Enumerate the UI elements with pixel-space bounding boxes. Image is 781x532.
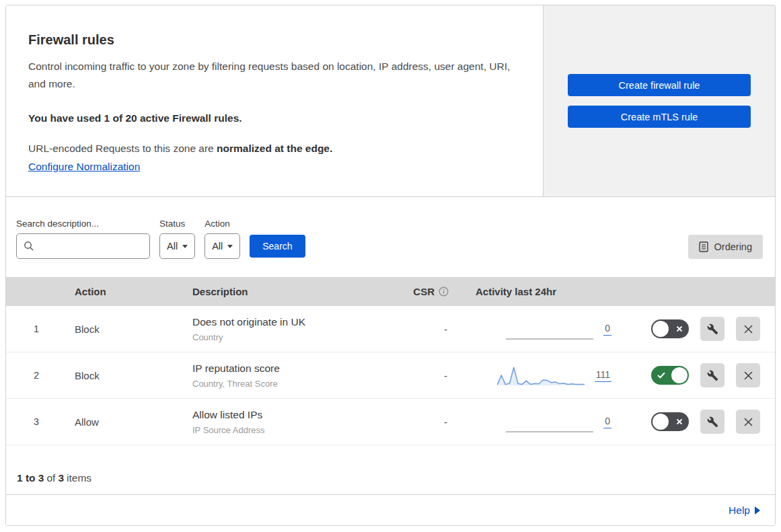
wrench-icon (707, 416, 718, 428)
row-activity-cell: 0 (450, 410, 611, 433)
row-activity-cell: 111 (450, 364, 611, 387)
column-header-description: Description (184, 286, 386, 297)
row-description-text: Does not originate in UK (192, 315, 386, 329)
activity-count-link[interactable]: 0 (603, 416, 611, 428)
activity-sparkline (506, 410, 593, 433)
x-icon (676, 326, 683, 332)
row-csr-value: - (444, 370, 450, 381)
edit-rule-button[interactable] (700, 410, 724, 434)
csr-header-label: CSR (413, 286, 435, 297)
activity-count-link[interactable]: 111 (595, 369, 611, 382)
edit-rule-button[interactable] (700, 317, 724, 341)
normalization-text: URL-encoded Requests to this zone are (28, 143, 214, 154)
column-header-csr: CSR (413, 286, 450, 297)
search-button[interactable]: Search (250, 235, 305, 258)
activity-count-link[interactable]: 0 (603, 323, 611, 336)
row-priority: 2 (34, 370, 39, 381)
row-description-text: IP reputation score (192, 362, 386, 375)
action-filter-group: Action All (204, 219, 240, 259)
enabled-toggle[interactable] (651, 412, 689, 431)
check-icon (657, 372, 665, 379)
row-action: Block (67, 370, 184, 381)
row-priority: 3 (34, 416, 39, 427)
items-count: 1 to 3 of 3 items (6, 445, 775, 495)
chevron-down-icon (182, 245, 188, 248)
row-activity-cell: 0 (450, 317, 611, 340)
x-icon (676, 418, 683, 425)
table-row: 2 Block IP reputation score Country, Thr… (6, 352, 775, 399)
firewall-rules-page: Firewall rules Control incoming traffic … (5, 5, 776, 526)
close-icon (743, 324, 753, 334)
filter-bar: Search description... Status All Action … (6, 197, 775, 277)
row-description: Allow listed IPs IP Source Address (184, 408, 386, 435)
wrench-icon (707, 324, 718, 335)
toggle-knob (653, 321, 669, 337)
ordering-list-icon (699, 241, 708, 252)
action-label: Action (204, 219, 240, 229)
column-header-action: Action (67, 286, 184, 297)
table-row: 3 Allow Allow listed IPs IP Source Addre… (6, 399, 775, 445)
row-csr-value: - (444, 416, 450, 428)
row-fields-text: Country (192, 332, 386, 342)
edit-rule-button[interactable] (700, 363, 724, 387)
action-select-value: All (212, 241, 223, 252)
help-arrow-icon (755, 506, 760, 515)
page-title: Firewall rules (28, 32, 519, 48)
help-link[interactable]: Help (729, 504, 750, 517)
row-controls (611, 410, 775, 434)
row-description: Does not originate in UK Country (184, 315, 386, 342)
items-total: 3 (58, 472, 64, 484)
usage-notice: You have used 1 of 20 active Firewall ru… (28, 112, 519, 124)
row-description: IP reputation score Country, Threat Scor… (184, 362, 386, 389)
intro-card: Firewall rules Control incoming traffic … (6, 5, 544, 196)
delete-rule-button[interactable] (736, 363, 760, 387)
row-action: Allow (67, 416, 184, 428)
close-icon (743, 417, 753, 427)
ordering-button[interactable]: Ordering (688, 235, 763, 259)
delete-rule-button[interactable] (736, 317, 760, 341)
normalization-note: URL-encoded Requests to this zone are no… (28, 143, 519, 155)
search-icon (24, 241, 34, 252)
search-description-label: Search description... (16, 219, 150, 229)
activity-sparkline (506, 317, 593, 340)
close-icon (743, 371, 753, 381)
search-group: Search description... (16, 219, 150, 259)
create-mtls-rule-button[interactable]: Create mTLS rule (568, 106, 751, 128)
items-of-text: of (46, 472, 55, 484)
row-description-text: Allow listed IPs (192, 408, 386, 422)
status-select-value: All (167, 241, 178, 252)
create-firewall-rule-button[interactable]: Create firewall rule (568, 74, 751, 96)
row-controls (611, 363, 775, 387)
enabled-toggle[interactable] (651, 319, 689, 338)
actions-panel: Create firewall rule Create mTLS rule (544, 5, 775, 196)
row-controls (611, 317, 775, 341)
search-input[interactable] (16, 233, 150, 259)
row-fields-text: IP Source Address (192, 425, 386, 435)
row-csr-value: - (444, 324, 450, 335)
intro-description: Control incoming traffic to your zone by… (28, 58, 519, 93)
configure-normalization-link[interactable]: Configure Normalization (28, 161, 140, 173)
column-header-activity: Activity last 24hr (450, 286, 611, 297)
help-row: Help (6, 495, 775, 525)
status-select[interactable]: All (159, 233, 195, 259)
activity-sparkline (497, 364, 585, 387)
header-section: Firewall rules Control incoming traffic … (6, 5, 775, 197)
row-priority: 1 (34, 324, 39, 334)
wrench-icon (707, 370, 718, 381)
status-label: Status (159, 219, 195, 229)
chevron-down-icon (227, 245, 233, 248)
table-row: 1 Block Does not originate in UK Country… (6, 306, 775, 352)
action-select[interactable]: All (204, 233, 240, 259)
search-box (16, 233, 150, 259)
info-icon[interactable] (439, 287, 449, 297)
items-range: 1 to 3 (17, 472, 44, 484)
delete-rule-button[interactable] (736, 410, 760, 434)
enabled-toggle[interactable] (651, 366, 689, 385)
items-label: items (67, 472, 91, 484)
row-action: Block (67, 324, 184, 335)
ordering-button-label: Ordering (714, 241, 752, 252)
status-filter-group: Status All (159, 219, 195, 259)
normalization-bold: normalized at the edge. (217, 143, 332, 154)
toggle-knob (653, 414, 669, 430)
row-fields-text: Country, Threat Score (192, 379, 386, 389)
